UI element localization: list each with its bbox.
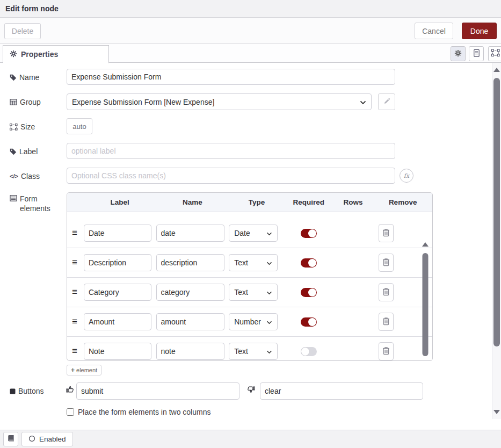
element-name-input[interactable] (156, 284, 224, 301)
element-label-input[interactable] (84, 343, 151, 360)
required-toggle[interactable] (301, 317, 317, 327)
element-type-select[interactable]: Number (229, 313, 278, 330)
dialog-header: Edit form node (0, 0, 501, 18)
trash-icon (382, 287, 390, 298)
form-element-row: ≡ Text (67, 337, 432, 361)
group-field-label: Group (10, 97, 63, 107)
element-label-input[interactable] (84, 254, 151, 271)
thumbs-down-icon (247, 385, 256, 394)
form-elements-table-header: Label Name Type Required Rows Remove (67, 193, 432, 212)
scroll-down-arrow-icon[interactable] (493, 410, 500, 414)
required-toggle[interactable] (301, 229, 317, 238)
object-group-icon (491, 49, 500, 59)
group-select[interactable]: Expense Submission Form [New Expense] (67, 93, 372, 110)
gear-icon (10, 50, 17, 59)
required-toggle[interactable] (301, 258, 317, 268)
element-type-select[interactable]: Date (229, 225, 278, 242)
trash-icon (382, 317, 390, 327)
label-input[interactable] (67, 143, 395, 159)
properties-panel: Name Group Expense Submission Form [New … (0, 63, 501, 429)
tab-bar: Properties (0, 44, 501, 63)
done-button[interactable]: Done (462, 23, 497, 39)
two-columns-checkbox[interactable] (67, 408, 74, 416)
form-element-row: ≡ Number (67, 307, 432, 337)
remove-element-button[interactable] (379, 313, 394, 331)
node-help-button[interactable] (3, 432, 18, 446)
edit-group-button[interactable] (378, 93, 395, 110)
scroll-up-arrow-icon[interactable] (493, 68, 500, 72)
chevron-down-icon (360, 98, 366, 106)
properties-tab-button[interactable] (451, 46, 466, 61)
element-name-input[interactable] (156, 254, 224, 271)
chevron-down-icon (266, 347, 272, 356)
scrollbar-thumb[interactable] (493, 78, 500, 346)
element-name-input[interactable] (156, 225, 224, 242)
drag-handle-icon[interactable]: ≡ (67, 316, 84, 327)
chevron-down-icon (266, 317, 272, 326)
scroll-up-arrow-icon[interactable] (422, 242, 429, 247)
remove-element-button[interactable] (379, 224, 394, 242)
chevron-down-icon (266, 288, 272, 297)
remove-element-button[interactable] (379, 283, 394, 301)
chevron-down-icon (266, 258, 272, 267)
pencil-icon (383, 98, 390, 106)
drag-handle-icon[interactable]: ≡ (67, 228, 84, 239)
element-label-input[interactable] (84, 313, 151, 330)
tab-properties-label: Properties (21, 50, 58, 59)
element-name-input[interactable] (156, 343, 224, 360)
column-header-rows: Rows (333, 198, 374, 206)
element-type-select[interactable]: Text (229, 254, 278, 271)
table-icon (10, 99, 17, 105)
description-tab-button[interactable] (469, 46, 484, 61)
chevron-down-icon (266, 229, 272, 237)
add-element-button[interactable]: + element (67, 365, 101, 375)
tab-properties[interactable]: Properties (3, 45, 109, 63)
gear-icon (454, 49, 462, 59)
table-scrollbar[interactable] (421, 242, 430, 361)
required-toggle[interactable] (301, 347, 317, 356)
fx-icon: fx (404, 172, 409, 179)
drag-handle-icon[interactable]: ≡ (67, 346, 84, 357)
two-columns-option: Place the form elements in two columns (67, 408, 210, 416)
form-element-row: ≡ Text (67, 278, 432, 307)
remove-element-button[interactable] (379, 254, 394, 272)
enabled-toggle-button[interactable]: Enabled (21, 432, 73, 446)
panel-scrollbar[interactable] (492, 63, 501, 419)
name-field-label: Name (10, 73, 63, 82)
list-icon (10, 195, 17, 201)
name-input[interactable] (67, 69, 395, 85)
size-button[interactable]: auto (67, 118, 92, 134)
submit-button-text-input[interactable] (76, 382, 239, 400)
circle-icon (28, 435, 35, 444)
trash-icon (382, 258, 390, 268)
thumbs-up-icon (66, 385, 74, 394)
required-toggle[interactable] (301, 288, 317, 297)
appearance-tab-button[interactable] (488, 46, 501, 61)
column-header-required: Required (285, 198, 333, 206)
object-group-icon (10, 124, 18, 131)
element-label-input[interactable] (84, 225, 151, 242)
scrollbar-thumb[interactable] (423, 253, 429, 356)
cancel-button[interactable]: Cancel (415, 23, 453, 39)
column-header-name: Name (156, 198, 229, 206)
delete-button[interactable]: Delete (4, 23, 41, 39)
element-type-select[interactable]: Text (229, 343, 278, 360)
column-header-label: Label (84, 198, 156, 206)
form-elements-label: Form elements (10, 194, 63, 213)
class-input[interactable] (67, 168, 395, 184)
tag-icon (10, 148, 17, 155)
label-field-label: Label (10, 147, 63, 156)
column-header-type: Type (229, 198, 285, 206)
plus-icon: + (71, 366, 75, 374)
element-label-input[interactable] (84, 284, 151, 301)
clear-button-text-input[interactable] (260, 382, 423, 400)
element-name-input[interactable] (156, 313, 224, 330)
drag-handle-icon[interactable]: ≡ (67, 287, 84, 298)
remove-element-button[interactable] (379, 342, 394, 360)
element-type-select[interactable]: Text (229, 284, 278, 301)
style-fx-button[interactable]: fx (400, 169, 413, 183)
trash-icon (382, 228, 390, 239)
book-icon (7, 435, 15, 444)
dialog-toolbar: Delete Cancel Done (0, 18, 501, 44)
drag-handle-icon[interactable]: ≡ (67, 257, 84, 268)
